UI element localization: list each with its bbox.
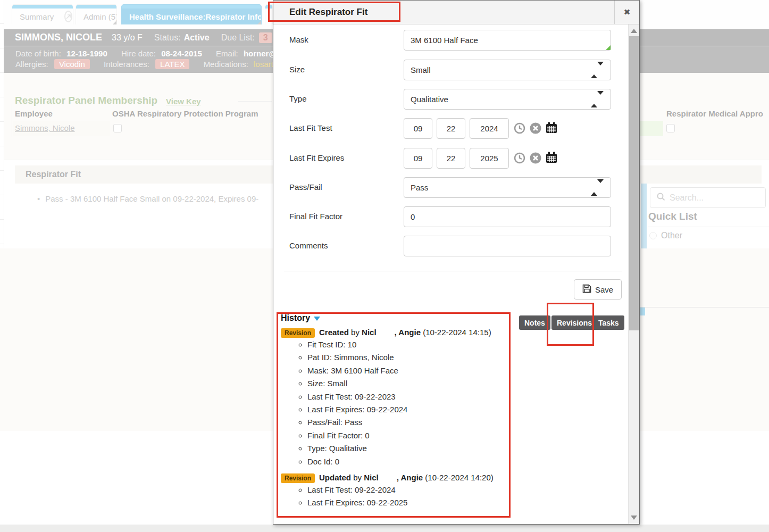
revision-field-item: Type: Qualitative [307,442,516,455]
revision-field-item: Last Fit Test: 09-22-2023 [307,390,516,403]
size-value: Small [411,65,431,74]
revision-author-rest: , Angie [397,473,423,482]
revision-field-item: Pass/Fail: Pass [307,416,516,429]
revision-badge: Revision [281,328,315,338]
revision-author-rest: , Angie [395,328,421,337]
revision-field-item: Last Fit Expires: 09-22-2025 [307,496,516,509]
modal-header: Edit Respirator Fit ✖ [273,1,639,24]
revision-author-first: Nicl [364,473,379,482]
revision-field-list: Last Fit Test: 09-22-2024Last Fit Expire… [281,484,516,510]
form-divider [284,271,622,271]
scrollbar-thumb[interactable] [629,36,639,330]
revision-entry-header: RevisionCreated by Nicl, Angie (10-22-20… [281,328,516,337]
final-fit-factor-input[interactable] [404,206,611,227]
last-fit-test-year[interactable] [470,118,509,139]
last-fit-test-label: Last Fit Test [289,123,332,132]
comments-label: Comments [289,241,328,250]
type-select[interactable]: Qualitative [404,89,611,110]
last-fit-expires-month[interactable] [404,148,432,169]
revision-field-item: Final Fit Factor: 0 [307,429,516,442]
select-arrows-icon [591,65,604,74]
clock-icon[interactable] [514,152,526,165]
select-arrows-icon [591,183,604,192]
mask-input[interactable] [404,30,611,51]
pass-fail-value: Pass [411,183,428,192]
type-label: Type [289,94,307,103]
close-icon[interactable]: ✖ [614,1,639,24]
revision-field-item: Fit Test ID: 10 [307,338,516,351]
revision-badge: Revision [281,473,315,483]
tasks-button[interactable]: Tasks [593,315,624,330]
history-entries: RevisionCreated by Nicl, Angie (10-22-20… [281,328,516,510]
revision-action: Created [319,328,349,337]
modal-scrollbar[interactable] [628,24,639,524]
revision-field-item: Size: Small [307,377,516,390]
revision-timestamp: (10-22-2024 14:20) [423,473,494,482]
notes-button[interactable]: Notes [519,315,550,330]
revision-entry-header: RevisionUpdated by Nicl, Angie (10-22-20… [281,473,516,482]
save-icon [582,284,591,295]
select-arrows-icon [591,95,604,104]
type-value: Qualitative [411,95,448,104]
revision-author-first: Nicl [362,328,377,337]
mask-label: Mask [289,35,308,44]
history-section: History RevisionCreated by Nicl, Angie (… [281,313,516,510]
revision-action: Updated [319,473,351,482]
clear-date-icon[interactable] [530,122,542,135]
revision-field-item: Doc Id: 0 [307,455,516,468]
save-label: Save [595,285,613,294]
revision-field-item: Last Fit Expires: 09-22-2024 [307,403,516,416]
size-select[interactable]: Small [404,60,611,80]
edit-respirator-fit-modal: Edit Respirator Fit ✖ Mask Size Small Ty… [273,0,640,525]
clock-icon[interactable] [514,122,526,135]
history-title: History [281,313,310,323]
revision-field-item: Last Fit Test: 09-22-2024 [307,484,516,496]
history-collapse-caret-icon[interactable] [314,317,320,321]
last-fit-expires-day[interactable] [437,148,465,169]
pass-fail-label: Pass/Fail [289,182,322,192]
scroll-down-arrow-icon[interactable] [631,516,637,520]
revision-by: by [349,328,362,337]
last-fit-test-day[interactable] [437,118,465,139]
scroll-up-arrow-icon[interactable] [631,29,637,33]
save-button[interactable]: Save [574,279,622,300]
last-fit-expires-year[interactable] [470,148,509,169]
revision-field-item: Pat ID: Simmons, Nicole [307,351,516,364]
calendar-icon[interactable] [545,121,558,134]
resize-grip[interactable] [606,45,611,50]
clear-date-icon[interactable] [530,152,542,165]
calendar-icon[interactable] [545,151,558,164]
final-fit-factor-label: Final Fit Factor [289,212,342,221]
modal-title: Edit Respirator Fit [289,1,367,24]
size-label: Size [289,65,305,74]
comments-input[interactable] [404,236,611,256]
revision-field-item: Mask: 3M 6100 Half Face [307,364,516,377]
last-fit-expires-label: Last Fit Expires [289,153,344,162]
revision-by: by [351,473,364,482]
revision-field-list: Fit Test ID: 10Pat ID: Simmons, NicoleMa… [281,338,516,468]
revision-timestamp: (10-22-2024 14:15) [421,328,491,337]
last-fit-test-month[interactable] [404,118,432,139]
pass-fail-select[interactable]: Pass [404,177,611,198]
revisions-button[interactable]: Revisions [551,315,597,330]
